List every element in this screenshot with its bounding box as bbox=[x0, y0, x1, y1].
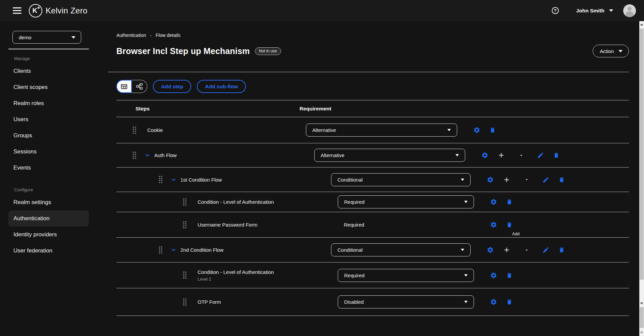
drag-handle[interactable] bbox=[183, 198, 186, 206]
header-divider bbox=[108, 72, 629, 72]
drag-handle[interactable] bbox=[133, 152, 136, 159]
settings-button[interactable] bbox=[481, 152, 488, 159]
steps-cell: Auth Flow bbox=[116, 152, 314, 159]
sidebar-item-users[interactable]: Users bbox=[8, 111, 89, 128]
trash-icon bbox=[489, 127, 496, 134]
breadcrumb-flow-details: Flow details bbox=[156, 33, 180, 38]
requirement-value: Required bbox=[344, 273, 365, 278]
requirement-value: Conditional bbox=[337, 247, 363, 253]
add-tooltip: Add bbox=[512, 232, 520, 236]
edit-button[interactable] bbox=[542, 176, 549, 183]
realm-select-value: demo bbox=[19, 35, 32, 40]
requirement-text: Required bbox=[338, 222, 474, 228]
add-subflow-button[interactable]: Add sub-flow bbox=[197, 80, 246, 93]
add-options-button[interactable] bbox=[524, 177, 529, 182]
action-button[interactable]: Action bbox=[593, 45, 629, 57]
outer-scrollbar-thumb[interactable] bbox=[640, 307, 644, 328]
topbar-right: ? John Smith bbox=[552, 4, 636, 17]
collapse-toggle[interactable] bbox=[171, 247, 176, 252]
table-row: 1st Condition FlowConditional bbox=[116, 167, 629, 192]
step-label-wrap: Condition - Level of Authentication bbox=[198, 199, 274, 205]
outer-scroll-down-arrow[interactable] bbox=[639, 330, 644, 335]
settings-button[interactable] bbox=[490, 221, 497, 228]
sidebar-item-realm-roles[interactable]: Realm roles bbox=[8, 95, 89, 111]
requirement-select[interactable]: Disabled bbox=[338, 295, 474, 308]
scrollbar bbox=[639, 21, 644, 336]
sidebar-item-realm-settings[interactable]: Realm settings bbox=[8, 194, 89, 210]
delete-button[interactable] bbox=[506, 272, 513, 279]
scrollbar-thumb[interactable] bbox=[640, 29, 644, 280]
settings-button[interactable] bbox=[490, 198, 497, 205]
avatar[interactable] bbox=[623, 4, 636, 17]
gear-icon bbox=[490, 221, 497, 228]
help-icon[interactable]: ? bbox=[552, 7, 559, 14]
settings-button[interactable] bbox=[487, 246, 494, 253]
drag-handle[interactable] bbox=[159, 246, 162, 254]
row-actions bbox=[481, 151, 559, 159]
delete-button[interactable] bbox=[558, 176, 565, 183]
title-row: Browser Incl Step up Mechanism Not in us… bbox=[116, 45, 629, 57]
requirement-select[interactable]: Required bbox=[338, 269, 474, 282]
realm-select[interactable]: demo bbox=[12, 31, 81, 44]
step-label-wrap: Cookie bbox=[147, 127, 163, 133]
drag-handle[interactable] bbox=[133, 127, 136, 134]
view-toggle bbox=[116, 80, 147, 93]
chevron-down-icon bbox=[619, 50, 623, 52]
delete-button[interactable] bbox=[506, 298, 513, 305]
collapse-toggle[interactable] bbox=[171, 177, 176, 182]
delete-button[interactable] bbox=[506, 198, 513, 205]
requirement-select[interactable]: Conditional bbox=[331, 243, 471, 256]
steps-cell: 1st Condition Flow bbox=[116, 176, 331, 183]
add-step-button[interactable]: Add step bbox=[153, 80, 191, 93]
sidebar-item-identity-providers[interactable]: Identity providers bbox=[8, 227, 89, 243]
diagram-view-toggle[interactable] bbox=[132, 80, 147, 93]
settings-button[interactable] bbox=[473, 127, 480, 134]
table-header: Steps Requirement bbox=[116, 100, 629, 117]
requirement-value: Alternative bbox=[321, 152, 344, 158]
step-name: 1st Condition Flow bbox=[180, 177, 222, 183]
edit-button[interactable] bbox=[537, 152, 544, 159]
delete-button[interactable] bbox=[558, 246, 565, 253]
settings-button[interactable] bbox=[490, 298, 497, 305]
table-view-toggle[interactable] bbox=[116, 80, 132, 93]
sidebar-item-authentication[interactable]: Authentication bbox=[8, 210, 89, 227]
edit-button[interactable] bbox=[542, 246, 549, 253]
drag-handle[interactable] bbox=[159, 176, 162, 183]
chevron-down-icon bbox=[171, 177, 176, 182]
requirement-select[interactable]: Required bbox=[338, 195, 474, 208]
sidebar-item-client-scopes[interactable]: Client scopes bbox=[8, 79, 89, 95]
sidebar-item-clients[interactable]: Clients bbox=[8, 63, 89, 79]
scroll-down-arrow[interactable] bbox=[639, 301, 644, 306]
delete-button[interactable] bbox=[506, 221, 513, 228]
collapse-toggle[interactable] bbox=[145, 153, 150, 158]
settings-button[interactable] bbox=[490, 272, 497, 279]
settings-button[interactable] bbox=[487, 176, 494, 183]
sidebar-item-user-federation[interactable]: User federation bbox=[8, 243, 89, 259]
sidebar-item-groups[interactable]: Groups bbox=[8, 128, 89, 144]
drag-handle-icon bbox=[133, 127, 136, 134]
scroll-up-arrow[interactable] bbox=[639, 22, 644, 27]
add-button[interactable] bbox=[503, 176, 511, 184]
drag-handle[interactable] bbox=[183, 272, 186, 279]
drag-handle-icon bbox=[159, 176, 162, 183]
trash-icon bbox=[506, 272, 513, 279]
add-options-button[interactable] bbox=[519, 153, 524, 158]
drag-handle[interactable] bbox=[183, 298, 186, 306]
step-name: Username Password Form bbox=[198, 222, 257, 228]
sidebar-item-events[interactable]: Events bbox=[8, 160, 89, 176]
delete-button[interactable] bbox=[553, 152, 559, 159]
requirement-select[interactable]: Alternative bbox=[314, 149, 465, 162]
sidebar-item-sessions[interactable]: Sessions bbox=[8, 144, 89, 160]
step-label-wrap: 1st Condition Flow bbox=[180, 177, 222, 183]
user-menu[interactable]: John Smith bbox=[576, 8, 613, 14]
drag-handle[interactable] bbox=[183, 221, 186, 229]
steps-cell: Condition - Level of AuthenticationLevel… bbox=[116, 269, 338, 282]
add-button[interactable] bbox=[497, 151, 505, 159]
requirement-select[interactable]: Alternative bbox=[306, 124, 457, 137]
delete-button[interactable] bbox=[489, 127, 496, 134]
breadcrumb-authentication[interactable]: Authentication bbox=[116, 33, 146, 38]
requirement-select[interactable]: Conditional bbox=[331, 173, 471, 186]
hamburger-menu-icon[interactable] bbox=[13, 7, 21, 14]
add-options-button[interactable] bbox=[524, 247, 529, 253]
add-button[interactable] bbox=[503, 246, 511, 254]
